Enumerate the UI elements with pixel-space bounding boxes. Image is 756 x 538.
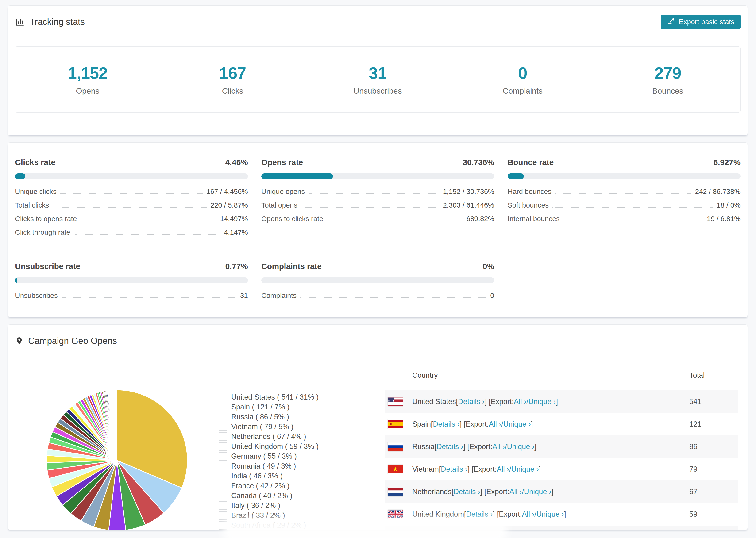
country-name: Netherlands [412, 488, 452, 496]
details-link[interactable]: Details › [436, 443, 463, 451]
legend-label: India ( 46 / 3% ) [231, 472, 283, 480]
legend-label: Vietnam ( 79 / 5% ) [231, 422, 294, 431]
country-flag-es-icon [388, 419, 403, 429]
bottom-overlay-blur [223, 518, 507, 538]
stat-cell-opens: 1,152Opens [15, 47, 160, 112]
geo-legend: United States ( 541 / 31% )Spain ( 121 /… [219, 392, 319, 530]
legend-item: Italy ( 36 / 2% ) [219, 501, 319, 511]
geo-row-total: 79 [689, 458, 697, 480]
rate-row-label: Click through rate [15, 228, 70, 237]
export-all-link[interactable]: All › [514, 398, 526, 406]
rate-row: Soft bounces18 / 0% [508, 201, 740, 215]
rate-row: Unsubscribes31 [15, 292, 248, 305]
country-flag-nl-icon [388, 487, 403, 497]
legend-swatch [219, 413, 227, 421]
complaints-rate-section: Complaints rate0%Complaints0 [261, 262, 494, 305]
legend-swatch [219, 403, 227, 411]
details-link[interactable]: Details › [466, 510, 493, 518]
rate-row-value: 0 [490, 292, 494, 299]
opens-rate-bar-track [261, 174, 494, 179]
rate-row-label: Clicks to opens rate [15, 215, 77, 223]
legend-label: Russia ( 86 / 5% ) [231, 413, 289, 421]
bounce-rate-bar-fill [508, 174, 524, 179]
rate-row: Internal bounces19 / 6.81% [508, 215, 740, 228]
unsubscribe-rate-value: 0.77% [225, 262, 248, 271]
export-all-link[interactable]: All › [497, 465, 509, 473]
dotted-leader [301, 207, 439, 207]
export-all-link[interactable]: All › [489, 420, 501, 428]
bounce-rate-title: Bounce rate [508, 158, 554, 167]
export-all-link[interactable]: All › [522, 510, 534, 518]
export-unique-link[interactable]: Unique › [507, 443, 534, 451]
dotted-leader [555, 193, 691, 194]
legend-swatch [219, 452, 227, 460]
details-link[interactable]: Details › [454, 488, 480, 496]
rate-row: Clicks to opens rate14.497% [15, 215, 248, 228]
complaints-rate-bar-track [261, 278, 494, 283]
legend-label: Italy ( 36 / 2% ) [231, 501, 280, 510]
geo-title-group: Campaign Geo Opens [15, 336, 117, 346]
legend-item: France ( 42 / 2% ) [219, 481, 319, 491]
details-link[interactable]: Details › [458, 398, 485, 406]
dotted-leader [60, 193, 203, 194]
page-title: Tracking stats [29, 17, 85, 27]
bounce-rate-value: 6.927% [714, 158, 740, 167]
opens-rate-title: Opens rate [261, 158, 303, 167]
clicks-rate-bar-fill [15, 174, 26, 179]
rate-row-value: 1,152 / 30.736% [443, 188, 494, 195]
pie-slice [117, 390, 117, 460]
dotted-leader [62, 297, 237, 298]
geo-section-title: Campaign Geo Opens [28, 336, 117, 346]
geo-row-total: 541 [689, 390, 702, 413]
legend-swatch [219, 393, 227, 402]
geo-table-row-ru: Russia [Details ›] [Export: All › / Uniq… [385, 435, 738, 458]
rate-row-value: 242 / 86.738% [695, 188, 741, 195]
geo-row-text: Netherlands [Details ›] [Export: All › /… [412, 480, 553, 503]
country-name: Spain [412, 420, 431, 428]
details-link[interactable]: Details › [441, 465, 468, 473]
dotted-leader [53, 207, 207, 207]
export-all-link[interactable]: All › [492, 443, 505, 451]
geo-table-row-vn: Vietnam [Details ›] [Export: All › / Uni… [385, 458, 738, 480]
rate-row: Complaints0 [261, 292, 494, 305]
export-all-link[interactable]: All › [510, 488, 522, 496]
rate-row-value: 18 / 0% [717, 201, 740, 209]
unsubscribe-rate-bar-fill [15, 278, 17, 283]
country-name: Russia [412, 443, 435, 451]
tracking-stats-title-group: Tracking stats [15, 17, 85, 27]
country-flag-vn-icon [388, 464, 403, 474]
rate-row-label: Unique opens [261, 188, 305, 195]
legend-item: Russia ( 86 / 5% ) [219, 412, 319, 422]
dotted-leader [300, 297, 486, 298]
rate-row-label: Unique clicks [15, 188, 57, 195]
complaints-rate-value: 0% [483, 262, 494, 271]
rate-row-label: Hard bounces [508, 188, 552, 195]
export-unique-link[interactable]: Unique › [512, 465, 539, 473]
opens-rate-bar-fill [261, 174, 333, 179]
country-flag-us-icon [388, 397, 403, 406]
export-unique-link[interactable]: Unique › [503, 420, 531, 428]
export-unique-link[interactable]: Unique › [536, 510, 564, 518]
rate-row: Opens to clicks rate689.82% [261, 215, 494, 228]
details-link[interactable]: Details › [433, 420, 460, 428]
geo-row-total: 86 [689, 435, 697, 458]
geo-table-header: Country Total [385, 360, 738, 390]
geo-row-total: 67 [689, 480, 697, 503]
export-unique-link[interactable]: Unique › [528, 398, 556, 406]
geo-row-total: 59 [689, 503, 697, 525]
legend-item: Vietnam ( 79 / 5% ) [219, 422, 319, 432]
legend-item: Spain ( 121 / 7% ) [219, 402, 319, 412]
rate-row: Unique clicks167 / 4.456% [15, 188, 248, 201]
stat-cell-clicks: 167Clicks [160, 47, 305, 112]
legend-label: France ( 42 / 2% ) [231, 482, 290, 490]
export-unique-link[interactable]: Unique › [524, 488, 552, 496]
geo-table-row-es: Spain [Details ›] [Export: All › / Uniqu… [385, 413, 738, 435]
rate-row-value: 19 / 6.81% [707, 215, 740, 223]
stat-value-clicks: 167 [219, 64, 246, 82]
geo-table-row-nl: Netherlands [Details ›] [Export: All › /… [385, 480, 738, 503]
campaign-geo-opens-card: Campaign Geo Opens United States ( 541 /… [8, 324, 748, 530]
export-basic-stats-button[interactable]: Export basic stats [661, 15, 740, 29]
opens-rate-head: Opens rate30.736% [261, 158, 494, 167]
country-flag-gb-icon [388, 510, 403, 519]
geo-row-text: Russia [Details ›] [Export: All › / Uniq… [412, 435, 536, 458]
